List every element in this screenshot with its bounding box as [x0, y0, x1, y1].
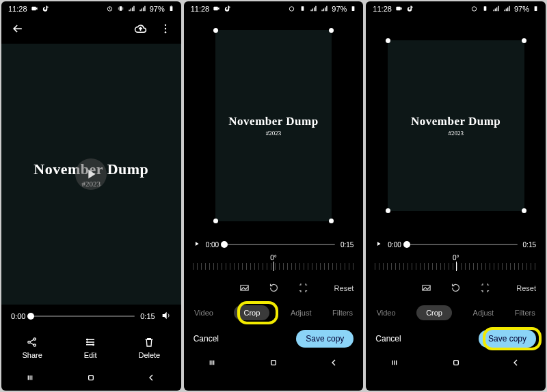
screen-viewer: 11:28 97% [1, 1, 181, 391]
rotation-control[interactable]: 0° [184, 254, 364, 276]
alarm-icon [106, 5, 114, 14]
crop-handle-br[interactable] [329, 219, 334, 223]
seek-track[interactable] [407, 244, 518, 245]
crop-handle-tl[interactable] [386, 38, 390, 43]
tab-adjust[interactable]: Adjust [473, 309, 494, 317]
tab-crop[interactable]: Crop [416, 305, 452, 320]
reset-button[interactable]: Reset [516, 284, 536, 292]
editor-tabs: Video Crop Adjust Filters [366, 300, 546, 325]
recents-nav[interactable] [390, 357, 401, 371]
home-nav[interactable] [451, 357, 462, 371]
svg-point-22 [472, 6, 476, 10]
play-icon[interactable] [194, 240, 200, 249]
play-button[interactable] [75, 158, 107, 190]
status-time: 11:28 [8, 5, 27, 13]
free-crop-icon[interactable] [479, 282, 491, 295]
time-current: 0:00 [388, 241, 401, 249]
recents-nav[interactable] [26, 372, 37, 386]
share-button[interactable]: Share [22, 336, 42, 359]
alarm-icon [470, 5, 478, 14]
back-nav[interactable] [146, 372, 157, 386]
rotation-ruler[interactable] [375, 263, 536, 270]
tiktok-icon [406, 5, 414, 14]
status-bar: 11:28 97% [366, 1, 546, 16]
crop-handle-br[interactable] [522, 208, 526, 213]
save-copy-button[interactable]: Save copy [479, 330, 536, 348]
svg-point-8 [28, 341, 30, 343]
svg-rect-26 [453, 361, 458, 365]
svg-rect-17 [302, 6, 304, 10]
back-nav[interactable] [328, 357, 339, 371]
playback-timeline[interactable]: 0:00 0:15 [1, 305, 181, 328]
back-button[interactable] [11, 22, 25, 38]
seek-track[interactable] [31, 316, 135, 317]
share-label: Share [22, 351, 42, 359]
tab-filters[interactable]: Filters [515, 309, 535, 317]
time-total: 0:15 [140, 312, 155, 320]
svg-rect-3 [170, 6, 172, 11]
system-nav [1, 367, 181, 391]
free-crop-icon[interactable] [297, 282, 309, 295]
delete-button[interactable]: Delete [138, 336, 160, 359]
recents-nav[interactable] [208, 357, 219, 371]
crop-preview[interactable]: November Dump #2023 [366, 16, 546, 235]
crop-preview[interactable]: November Dump #2023 [184, 16, 364, 235]
tab-filters[interactable]: Filters [332, 309, 353, 317]
rotation-ruler[interactable] [193, 263, 354, 270]
rotate-90-icon[interactable] [268, 282, 280, 295]
editor-timeline[interactable]: 0:00 0:15 [366, 235, 546, 254]
alarm-icon [288, 5, 295, 14]
cancel-button[interactable]: Cancel [375, 334, 401, 344]
rotate-90-icon[interactable] [450, 282, 462, 295]
home-nav[interactable] [268, 357, 279, 371]
svg-rect-14 [89, 376, 94, 380]
svg-rect-4 [170, 5, 172, 6]
battery-icon [533, 4, 539, 14]
reset-button[interactable]: Reset [334, 284, 354, 292]
seek-thumb[interactable] [27, 313, 34, 320]
crop-handle-bl[interactable] [386, 208, 390, 213]
crop-handle-tr[interactable] [329, 28, 334, 33]
play-icon[interactable] [375, 240, 382, 249]
video-preview[interactable]: November Dump #2023 [1, 44, 181, 305]
vibrate-icon [481, 5, 489, 14]
signal-icon [321, 5, 328, 14]
svg-rect-18 [352, 6, 355, 11]
seek-thumb[interactable] [221, 241, 228, 248]
more-icon[interactable] [159, 23, 172, 38]
tab-adjust[interactable]: Adjust [291, 309, 312, 317]
save-copy-button[interactable]: Save copy [296, 330, 353, 348]
tab-crop[interactable]: Crop [234, 305, 269, 320]
tab-video[interactable]: Video [377, 309, 396, 317]
svg-point-7 [164, 31, 165, 33]
tab-video[interactable]: Video [194, 309, 213, 317]
crop-handle-bl[interactable] [213, 219, 218, 223]
crop-handle-tr[interactable] [522, 38, 526, 43]
cancel-button[interactable]: Cancel [194, 334, 219, 344]
edit-label: Edit [84, 351, 97, 359]
crop-frame[interactable]: November Dump #2023 [215, 30, 332, 221]
back-nav[interactable] [510, 357, 521, 371]
home-nav[interactable] [85, 372, 96, 386]
status-battery: 97% [150, 5, 165, 13]
seek-track[interactable] [224, 244, 335, 245]
crop-handle-tl[interactable] [213, 28, 218, 33]
status-bar: 11:28 97% [184, 1, 364, 16]
aspect-icon[interactable] [421, 282, 432, 295]
battery-icon [168, 4, 174, 14]
editor-timeline[interactable]: 0:00 0:15 [184, 235, 364, 254]
seek-thumb[interactable] [403, 241, 410, 248]
screen-editor-crop: 11:28 97% November Dump #2023 0:00 [184, 1, 364, 391]
camera-icon [31, 5, 38, 14]
rotation-control[interactable]: 0° [366, 254, 546, 276]
edit-button[interactable]: Edit [84, 336, 97, 359]
time-current: 0:00 [11, 312, 25, 320]
svg-rect-20 [271, 361, 276, 365]
aspect-icon[interactable] [239, 282, 250, 295]
crop-frame[interactable]: November Dump #2023 [388, 40, 524, 211]
cloud-backup-icon[interactable] [134, 23, 147, 38]
video-year: #2023 [411, 130, 501, 137]
volume-icon[interactable] [161, 310, 172, 322]
rotation-value: 0° [453, 254, 459, 262]
svg-rect-0 [31, 6, 36, 10]
